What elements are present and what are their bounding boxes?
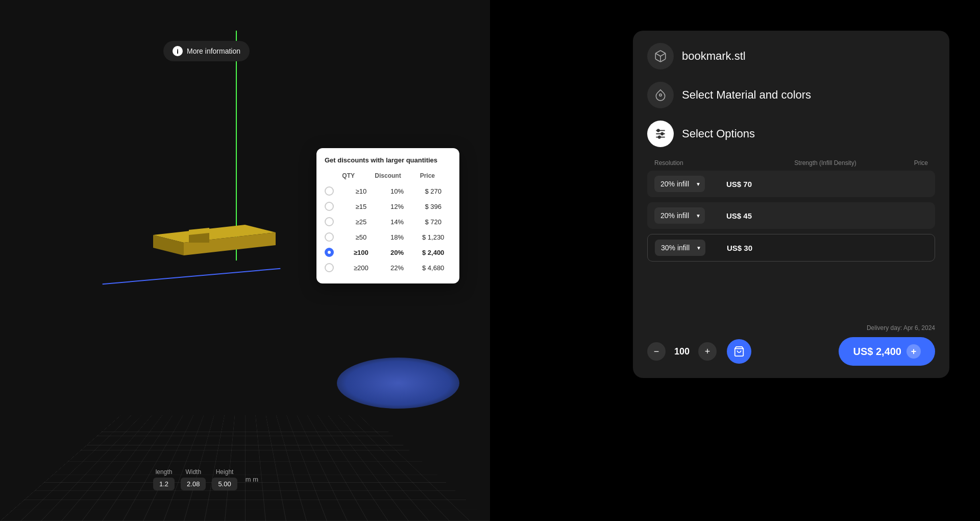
- step-file-icon: [647, 43, 674, 69]
- dimensions-bar: length 1.2 Width 2.08 Height 5.00 m m: [153, 468, 258, 490]
- more-info-label: More information: [187, 47, 240, 55]
- discount-col-qty: QTY: [329, 172, 368, 179]
- svg-point-6: [659, 94, 662, 96]
- info-icon: i: [173, 46, 183, 56]
- cart-icon-button[interactable]: [727, 339, 751, 364]
- discount-price-2: $ 720: [415, 218, 451, 226]
- svg-point-12: [658, 136, 660, 138]
- discount-pct-1: 12%: [379, 203, 415, 210]
- step-file-label: bookmark.stl: [682, 50, 746, 63]
- discount-row-3[interactable]: ≥50 18% $ 1,230: [325, 229, 451, 245]
- step-options-icon: [647, 121, 674, 147]
- height-group: Height 5.00: [212, 468, 237, 490]
- bottom-section: Delivery day: Apr 6, 2024 − 100 + US$ 2,…: [647, 323, 935, 366]
- col-resolution: Resolution: [654, 159, 791, 167]
- option-row-0[interactable]: 20% infill 30% infill 50% infill US$ 70: [647, 171, 935, 197]
- delivery-date: Delivery day: Apr 6, 2024: [867, 324, 935, 331]
- step-material-label: Select Material and colors: [682, 88, 811, 102]
- unit-label: m m: [246, 476, 258, 483]
- cart-price-label: US$ 2,400: [853, 346, 901, 358]
- infill-select-wrapper-2[interactable]: 20% infill 30% infill 50% infill: [655, 240, 705, 256]
- height-value: 5.00: [212, 478, 237, 490]
- col-strength: Strength (Infill Density): [791, 159, 860, 167]
- col-price: Price: [860, 159, 928, 167]
- svg-point-11: [661, 133, 663, 135]
- discount-qty-3: ≥50: [343, 233, 379, 241]
- discount-popup: Get discounts with larger quantities QTY…: [316, 148, 459, 283]
- discount-qty-4: ≥100: [343, 249, 379, 256]
- step-options-label: Select Options: [682, 127, 755, 140]
- discount-row-0[interactable]: ≥10 10% $ 270: [325, 183, 451, 199]
- add-icon: +: [906, 344, 921, 359]
- width-label: Width: [185, 468, 201, 476]
- discount-row-2[interactable]: ≥25 14% $ 720: [325, 214, 451, 229]
- discount-pct-3: 18%: [379, 233, 415, 241]
- discount-pct-5: 22%: [379, 264, 415, 272]
- infill-select-wrapper-1[interactable]: 20% infill 30% infill 50% infill: [654, 207, 705, 224]
- option-row-1[interactable]: 20% infill 30% infill 50% infill US$ 45: [647, 202, 935, 229]
- 3d-model: [143, 215, 286, 266]
- discount-price-5: $ 4,680: [415, 264, 451, 272]
- step-material-icon: [647, 82, 674, 108]
- options-area: 20% infill 30% infill 50% infill US$ 70 …: [647, 171, 935, 262]
- blue-axis-line: [103, 268, 281, 285]
- discount-rows-list: ≥10 10% $ 270 ≥15 12% $ 396 ≥25 14% $ 72…: [325, 183, 451, 275]
- column-headers: Resolution Strength (Infill Density) Pri…: [647, 159, 935, 167]
- blue-bubble-decoration: [337, 358, 459, 409]
- discount-qty-5: ≥200: [343, 264, 379, 272]
- discount-price-4: $ 2,400: [415, 249, 451, 256]
- quantity-minus-button[interactable]: −: [647, 342, 666, 361]
- discount-pct-2: 14%: [379, 218, 415, 226]
- infill-select-1[interactable]: 20% infill 30% infill 50% infill: [654, 207, 705, 224]
- discount-radio-5[interactable]: [325, 263, 334, 272]
- discount-pct-0: 10%: [379, 187, 415, 195]
- discount-pct-4: 20%: [379, 249, 415, 256]
- discount-radio-0[interactable]: [325, 186, 334, 196]
- discount-radio-4[interactable]: [325, 248, 334, 257]
- width-group: Width 2.08: [181, 468, 206, 490]
- length-group: length 1.2: [153, 468, 175, 490]
- discount-row-5[interactable]: ≥200 22% $ 4,680: [325, 260, 451, 275]
- length-label: length: [156, 468, 173, 476]
- step-options[interactable]: Select Options: [647, 121, 935, 147]
- width-value: 2.08: [181, 478, 206, 490]
- add-to-cart-button[interactable]: US$ 2,400 +: [839, 337, 935, 366]
- step-material[interactable]: Select Material and colors: [647, 82, 935, 108]
- option-price-0: US$ 70: [711, 180, 752, 188]
- quantity-value: 100: [672, 346, 692, 357]
- option-price-1: US$ 45: [711, 211, 752, 220]
- discount-table-headers: QTY Discount Price: [325, 170, 451, 181]
- discount-popup-title: Get discounts with larger quantities: [325, 156, 451, 164]
- discount-radio-3[interactable]: [325, 232, 334, 242]
- discount-qty-2: ≥25: [343, 218, 379, 226]
- option-row-2[interactable]: 20% infill 30% infill 50% infill US$ 30: [647, 234, 935, 262]
- height-label: Height: [216, 468, 234, 476]
- discount-price-0: $ 270: [415, 187, 451, 195]
- configuration-panel: bookmark.stl Select Material and colors …: [633, 31, 949, 378]
- discount-qty-1: ≥15: [343, 203, 379, 210]
- discount-qty-0: ≥10: [343, 187, 379, 195]
- discount-price-3: $ 1,230: [415, 233, 451, 241]
- discount-radio-1[interactable]: [325, 202, 334, 211]
- discount-col-price: Price: [408, 172, 447, 179]
- discount-row-4[interactable]: ≥100 20% $ 2,400: [325, 245, 451, 260]
- more-info-button[interactable]: i More information: [163, 41, 250, 61]
- discount-col-discount: Discount: [368, 172, 407, 179]
- svg-point-10: [657, 129, 659, 131]
- infill-select-2[interactable]: 20% infill 30% infill 50% infill: [655, 240, 705, 256]
- discount-price-1: $ 396: [415, 203, 451, 210]
- infill-select-wrapper-0[interactable]: 20% infill 30% infill 50% infill: [654, 176, 705, 192]
- discount-row-1[interactable]: ≥15 12% $ 396: [325, 199, 451, 214]
- quantity-plus-button[interactable]: +: [698, 342, 717, 361]
- infill-select-0[interactable]: 20% infill 30% infill 50% infill: [654, 176, 705, 192]
- length-value: 1.2: [153, 478, 175, 490]
- step-file: bookmark.stl: [647, 43, 935, 69]
- option-price-2: US$ 30: [712, 244, 752, 252]
- discount-radio-2[interactable]: [325, 217, 334, 226]
